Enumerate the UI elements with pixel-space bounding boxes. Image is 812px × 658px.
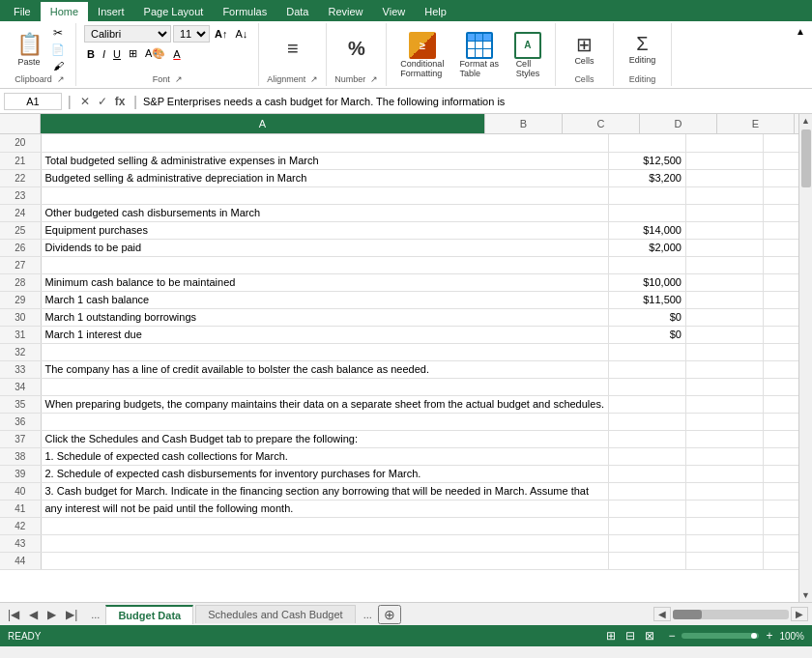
tab-help[interactable]: Help [415, 2, 456, 21]
tab-nav-last[interactable]: ▶| [62, 606, 81, 623]
format-painter-button[interactable]: 🖌 [48, 59, 68, 72]
cell-b32[interactable] [608, 343, 685, 360]
cell-b26[interactable]: $2,000 [608, 239, 685, 256]
cell-c23[interactable] [685, 186, 763, 204]
cell-c26[interactable] [685, 239, 763, 256]
cell-b44[interactable] [608, 552, 685, 569]
tab-home[interactable]: Home [41, 2, 88, 21]
tab-page-layout[interactable]: Page Layout [134, 2, 214, 21]
cell-c29[interactable] [685, 291, 763, 308]
bold-button[interactable]: B [84, 47, 98, 61]
cell-b29[interactable]: $11,500 [608, 291, 685, 308]
grid-wrapper[interactable]: 2021Total budgeted selling & administrat… [0, 134, 812, 598]
cell-b43[interactable] [608, 534, 685, 552]
cell-c22[interactable] [685, 169, 763, 186]
font-color-button[interactable]: A [170, 47, 183, 61]
cell-a20[interactable] [41, 134, 608, 152]
format-table-button[interactable]: Format asTable [453, 30, 505, 80]
col-header-e[interactable]: E [717, 114, 795, 133]
font-name-select[interactable]: Calibri [84, 25, 171, 43]
cell-b22[interactable]: $3,200 [608, 169, 685, 186]
cell-a30[interactable]: March 1 outstanding borrowings [41, 308, 608, 326]
right-scrollbar[interactable]: ▲ ▼ [798, 114, 812, 602]
cell-b39[interactable] [608, 465, 685, 482]
zoom-slider[interactable] [682, 633, 759, 639]
cell-c32[interactable] [685, 343, 763, 360]
cells-button[interactable]: ⊞ Cells [570, 31, 597, 68]
cell-c40[interactable] [685, 482, 763, 500]
tab-data[interactable]: Data [276, 2, 318, 21]
cell-c27[interactable] [685, 256, 763, 273]
page-break-view-button[interactable]: ⊠ [642, 628, 657, 644]
col-header-a[interactable]: A [41, 114, 485, 133]
cell-b42[interactable] [608, 517, 685, 534]
copy-button[interactable]: 📄 [48, 43, 68, 57]
scroll-thumb-track[interactable] [799, 128, 812, 588]
tab-more-right[interactable]: ... [358, 606, 378, 623]
border-button[interactable]: ⊞ [126, 46, 140, 61]
sheet-scrollbar[interactable] [673, 610, 789, 619]
cell-a23[interactable] [41, 186, 608, 204]
normal-view-button[interactable]: ⊞ [603, 628, 619, 644]
cell-c24[interactable] [685, 204, 763, 221]
increase-font-button[interactable]: A↑ [212, 27, 230, 41]
cancel-formula-button[interactable]: ✕ [77, 94, 93, 109]
cell-a28[interactable]: Minimum cash balance to be maintained [41, 273, 608, 291]
fill-color-button[interactable]: A🎨 [142, 46, 168, 61]
cell-a36[interactable] [41, 413, 608, 430]
conditional-formatting-button[interactable]: ≥ ConditionalFormatting [394, 30, 450, 80]
paste-button[interactable]: 📋 Paste [12, 30, 46, 69]
cell-a27[interactable] [41, 256, 608, 273]
cell-b25[interactable]: $14,000 [608, 221, 685, 239]
tab-review[interactable]: Review [318, 2, 372, 21]
col-header-b[interactable]: B [485, 114, 563, 133]
tab-file[interactable]: File [4, 2, 41, 21]
cell-b36[interactable] [608, 413, 685, 430]
cell-b31[interactable]: $0 [608, 326, 685, 343]
cell-c38[interactable] [685, 447, 763, 465]
cell-c44[interactable] [685, 552, 763, 569]
cell-a44[interactable] [41, 552, 608, 569]
italic-button[interactable]: I [100, 47, 108, 61]
col-header-d[interactable]: D [640, 114, 717, 133]
cell-c43[interactable] [685, 534, 763, 552]
cell-b35[interactable] [608, 395, 685, 413]
font-size-select[interactable]: 11 [173, 25, 210, 43]
sheet-scroll-left-btn[interactable]: ◀ [653, 607, 671, 621]
cell-a38[interactable]: 1. Schedule of expected cash collections… [41, 447, 608, 465]
cell-b38[interactable] [608, 447, 685, 465]
editing-button[interactable]: Σ Editing [625, 31, 660, 67]
cell-a40[interactable]: 3. Cash budget for March. Indicate in th… [41, 482, 608, 500]
sheet-scroll-right-btn[interactable]: ▶ [791, 607, 808, 621]
zoom-out-button[interactable]: − [665, 628, 678, 644]
cell-c39[interactable] [685, 465, 763, 482]
cell-a35[interactable]: When preparing budgets, the company main… [41, 395, 608, 413]
cell-reference-input[interactable] [4, 93, 62, 110]
tab-nav-first[interactable]: |◀ [4, 606, 23, 623]
cell-b21[interactable]: $12,500 [608, 152, 685, 169]
cell-c41[interactable] [685, 500, 763, 517]
cell-c28[interactable] [685, 273, 763, 291]
collapse-ribbon-button[interactable]: ▲ [793, 25, 808, 38]
cell-a41[interactable]: any interest will not be paid until the … [41, 500, 608, 517]
cell-c34[interactable] [685, 378, 763, 395]
cell-b24[interactable] [608, 204, 685, 221]
zoom-in-button[interactable]: + [763, 628, 775, 644]
cell-b41[interactable] [608, 500, 685, 517]
cell-b33[interactable] [608, 360, 685, 378]
cell-a33[interactable]: The company has a line of credit availab… [41, 360, 608, 378]
cell-a37[interactable]: Click the Schedules and Cash Budget tab … [41, 430, 608, 447]
number-button[interactable]: % [343, 36, 370, 62]
cell-a43[interactable] [41, 534, 608, 552]
cell-b23[interactable] [608, 186, 685, 204]
cell-a24[interactable]: Other budgeted cash disbursements in Mar… [41, 204, 608, 221]
cell-a31[interactable]: March 1 interest due [41, 326, 608, 343]
cell-b30[interactable]: $0 [608, 308, 685, 326]
cell-a21[interactable]: Total budgeted selling & administrative … [41, 152, 608, 169]
tab-view[interactable]: View [373, 2, 416, 21]
cell-c25[interactable] [685, 221, 763, 239]
cell-b20[interactable] [608, 134, 685, 152]
cell-a42[interactable] [41, 517, 608, 534]
tab-more-button[interactable]: ... [85, 606, 105, 623]
insert-function-button[interactable]: fx [112, 94, 129, 109]
